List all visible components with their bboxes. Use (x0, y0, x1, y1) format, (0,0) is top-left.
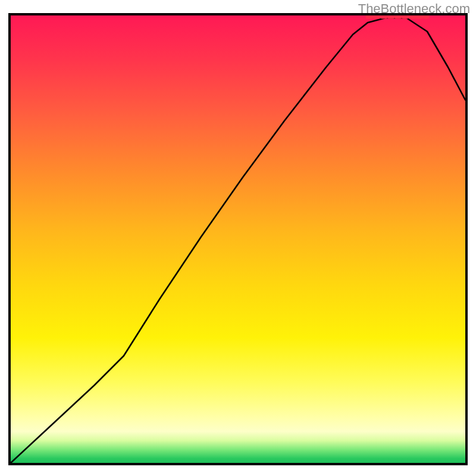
plot-area (8, 13, 468, 465)
bottleneck-curve (11, 18, 465, 463)
chart-wrapper: TheBottleneck.com (0, 0, 476, 476)
chart-svg (11, 15, 465, 463)
